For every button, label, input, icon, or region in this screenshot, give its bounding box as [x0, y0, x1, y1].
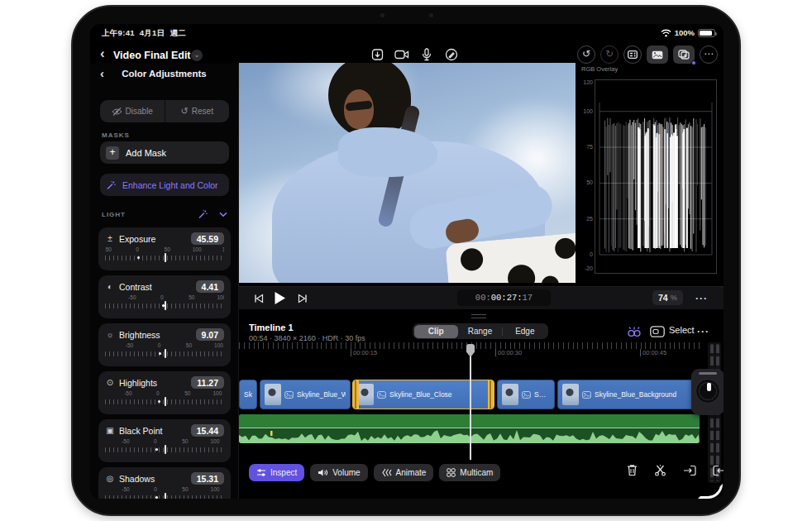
light-section-label: LIGHT — [102, 211, 198, 218]
slider-ruler[interactable]: -50050100150 — [105, 438, 224, 455]
mode-clip[interactable]: Clip — [414, 325, 458, 338]
slider-ruler[interactable]: -50050100150 — [105, 342, 224, 359]
scale-label: 100 — [213, 390, 222, 396]
import-button[interactable] — [366, 45, 388, 64]
media-browser-button[interactable] — [647, 45, 668, 64]
inspect-button[interactable]: Inspect — [249, 464, 304, 481]
slider-icon: ⊙ — [105, 378, 115, 387]
timecode-segment: 00: — [475, 293, 491, 303]
effects-button[interactable] — [673, 45, 695, 64]
select-button[interactable]: Select — [669, 325, 695, 335]
jog-dial[interactable] — [695, 379, 720, 404]
timeline-clip[interactable]: Skyline_Blue_Background — [557, 380, 703, 409]
adjustment-slider[interactable]: ◎ Shadows 15.31 -50050100150 — [98, 467, 231, 499]
animate-button[interactable]: Animate — [374, 464, 434, 481]
scale-label: 0 — [158, 342, 161, 348]
value-marker — [165, 445, 166, 454]
timeline-clip[interactable]: Skyline_Blue_Close — [352, 380, 494, 409]
panel-resize-handle[interactable] — [471, 314, 486, 318]
project-title[interactable]: Video Final Edit — [113, 50, 191, 61]
multicam-button[interactable]: Multicam — [439, 464, 500, 481]
adjustment-slider[interactable]: ☼ Brightness 9.07 -50050100150 — [98, 323, 231, 366]
clip-appearance-icon[interactable] — [650, 326, 665, 337]
insert-left-icon[interactable] — [683, 465, 696, 476]
playhead-handle[interactable] — [466, 344, 475, 357]
timeline-metadata: 00:54 · 3840 × 2160 · HDR · 30 fps — [249, 334, 365, 342]
playhead-line — [470, 356, 471, 460]
slider-value[interactable]: 15.44 — [191, 424, 224, 437]
undo-button[interactable]: ↺ — [577, 45, 595, 64]
adjustment-slider[interactable]: ± Exposure 45.59 -50050100150 — [98, 227, 231, 270]
project-menu-chevron[interactable]: ⌄ — [191, 50, 203, 61]
scale-label: 100 — [193, 246, 202, 252]
timecode-segment: 00: — [491, 293, 507, 303]
add-mask-button[interactable]: + Add Mask — [100, 141, 229, 164]
slider-value[interactable]: 4.41 — [196, 280, 224, 293]
slider-value[interactable]: 15.31 — [191, 472, 224, 485]
origin-dot — [162, 304, 165, 307]
scope-y-label: 100 — [580, 108, 593, 114]
light-section-header[interactable]: LIGHT — [102, 209, 227, 219]
adjustment-slider[interactable]: ⊙ Highlights 11.27 -50050100150 — [98, 371, 231, 414]
skip-forward-button[interactable] — [298, 294, 308, 304]
clip-thumbnail — [502, 384, 518, 405]
play-button[interactable] — [274, 291, 286, 305]
slider-value[interactable]: 11.27 — [191, 376, 224, 389]
speaker-icon — [318, 468, 328, 477]
reset-button[interactable]: ↺ Reset — [165, 100, 230, 122]
value-marker — [165, 253, 166, 262]
mode-range[interactable]: Range — [458, 325, 502, 338]
timecode-display[interactable]: 00:00:27:17 — [457, 289, 551, 306]
slider-ruler[interactable]: -50050100150 — [105, 486, 224, 499]
pencil-draw-button[interactable] — [441, 45, 462, 64]
viewer-more-button[interactable]: ··· — [695, 293, 708, 304]
timeline-more-button[interactable]: ··· — [697, 326, 709, 337]
scale-label: -50 — [126, 342, 133, 348]
split-scissors-icon[interactable] — [654, 464, 666, 476]
enhance-light-color-button[interactable]: Enhance Light and Color — [100, 174, 229, 196]
skip-back-button[interactable] — [254, 294, 264, 304]
slider-value[interactable]: 9.07 — [196, 328, 224, 341]
back-button[interactable]: ‹ — [100, 45, 105, 62]
timeline-clip[interactable]: Sk… — [239, 380, 257, 409]
camera-button[interactable] — [391, 45, 413, 64]
scope-title: RGB Overlay — [581, 65, 618, 73]
volume-button[interactable]: Volume — [310, 464, 367, 481]
value-marker — [165, 397, 166, 406]
slider-ruler[interactable]: -50050100150 — [105, 294, 224, 311]
eye-slash-icon — [112, 108, 122, 116]
dial-pointer — [707, 383, 711, 391]
collapse-chevron-icon[interactable] — [219, 212, 227, 217]
slider-ruler[interactable]: -50050100150 — [105, 390, 224, 407]
microphone-button[interactable] — [416, 45, 437, 64]
timeline-clip[interactable]: Skyline_Blue_Wide — [260, 380, 351, 409]
jog-drag-handle[interactable] — [699, 372, 717, 375]
origin-dot — [158, 400, 160, 403]
inspector-toggle-button[interactable] — [623, 45, 642, 64]
delete-icon[interactable] — [627, 464, 638, 476]
slider-icon: ◐ — [105, 282, 115, 291]
more-options-button[interactable]: ⋯ — [700, 45, 718, 64]
mode-edge[interactable]: Edge — [503, 325, 547, 338]
scale-label: 0 — [154, 438, 157, 444]
adjustment-slider[interactable]: ◐ Contrast 4.41 -50050100150 — [98, 275, 231, 318]
insert-right-icon[interactable] — [713, 465, 724, 476]
snapping-toggle-icon[interactable] — [627, 324, 642, 339]
masks-section-label: MASKS — [102, 131, 130, 139]
slider-ruler[interactable]: -50050100150 — [105, 246, 224, 263]
clip-name: Skyline_Blue_Background — [595, 390, 676, 399]
slider-value[interactable]: 45.59 — [191, 232, 224, 245]
animate-icon — [381, 468, 392, 477]
redo-button[interactable]: ↻ — [600, 45, 619, 64]
disable-label: Disable — [126, 107, 153, 116]
slider-icon: ◎ — [105, 474, 115, 483]
viewer-zoom-control[interactable]: 74 % — [652, 290, 683, 305]
video-preview[interactable] — [239, 63, 576, 283]
ruler-time-label: 00:00:15 — [351, 349, 377, 356]
timeline-clip[interactable]: S… — [497, 380, 555, 409]
disable-button[interactable]: Disable — [100, 100, 165, 122]
slider-name: Highlights — [119, 378, 187, 388]
jog-wheel[interactable] — [691, 369, 724, 415]
scale-label: 50 — [182, 438, 188, 444]
adjustment-slider[interactable]: ▣ Black Point 15.44 -50050100150 — [98, 419, 231, 462]
